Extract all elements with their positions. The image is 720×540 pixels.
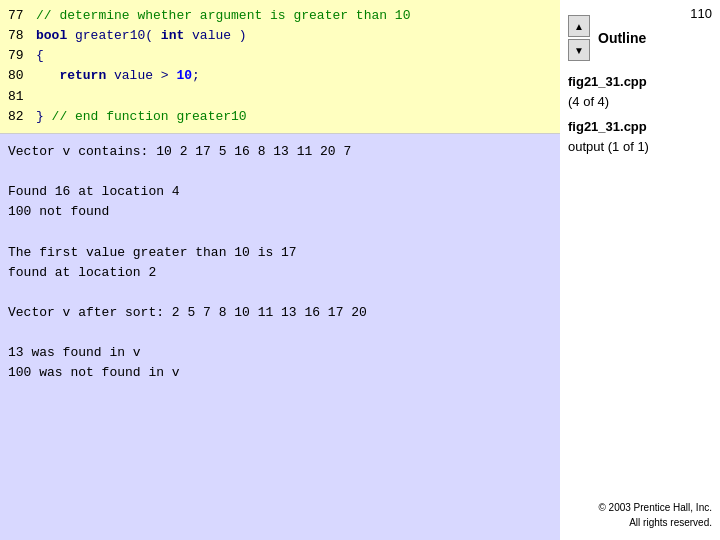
output-blank <box>8 222 552 242</box>
line-number: 80 <box>8 66 36 86</box>
output-line: The first value greater than 10 is 17 <box>8 243 552 263</box>
down-arrow-button[interactable]: ▼ <box>568 39 590 61</box>
code-section: 77 // determine whether argument is grea… <box>0 0 560 134</box>
code-line-81: 81 <box>8 87 552 107</box>
code-line-82: 82 } // end function greater10 <box>8 107 552 127</box>
code-content: bool greater10( int value ) <box>36 26 247 46</box>
copyright-line2: All rights reserved. <box>598 515 712 530</box>
line-number: 82 <box>8 107 36 127</box>
file1-label: fig21_31.cpp (4 of 4) <box>568 72 647 111</box>
output-section: Vector v contains: 10 2 17 5 16 8 13 11 … <box>0 134 560 540</box>
output-line: Found 16 at location 4 <box>8 182 552 202</box>
code-content: return value > 10; <box>36 66 200 86</box>
nav-arrows: ▲ ▼ <box>568 14 590 62</box>
up-arrow-button[interactable]: ▲ <box>568 15 590 37</box>
line-number: 79 <box>8 46 36 66</box>
left-panel: 77 // determine whether argument is grea… <box>0 0 560 540</box>
main-container: 77 // determine whether argument is grea… <box>0 0 720 540</box>
file2-name: fig21_31.cpp <box>568 119 647 134</box>
output-line: Vector v contains: 10 2 17 5 16 8 13 11 … <box>8 142 552 162</box>
line-number: 77 <box>8 6 36 26</box>
output-blank <box>8 283 552 303</box>
outline-label: Outline <box>598 30 646 46</box>
code-line-79: 79 { <box>8 46 552 66</box>
file1-name: fig21_31.cpp <box>568 74 647 89</box>
line-number: 81 <box>8 87 36 107</box>
page-number: 110 <box>690 6 712 21</box>
file2-info: output (1 of 1) <box>568 139 649 154</box>
copyright: © 2003 Prentice Hall, Inc. All rights re… <box>598 500 712 530</box>
copyright-line1: © 2003 Prentice Hall, Inc. <box>598 500 712 515</box>
output-line: 13 was found in v <box>8 343 552 363</box>
code-content: { <box>36 46 44 66</box>
output-line: Vector v after sort: 2 5 7 8 10 11 13 16… <box>8 303 552 323</box>
output-blank <box>8 162 552 182</box>
output-blank <box>8 323 552 343</box>
code-line-78: 78 bool greater10( int value ) <box>8 26 552 46</box>
output-line: 100 not found <box>8 202 552 222</box>
output-line: found at location 2 <box>8 263 552 283</box>
code-line-77: 77 // determine whether argument is grea… <box>8 6 552 26</box>
output-line: 100 was not found in v <box>8 363 552 383</box>
code-content: // determine whether argument is greater… <box>36 6 410 26</box>
code-content: } // end function greater10 <box>36 107 247 127</box>
code-line-80: 80 return value > 10; <box>8 66 552 86</box>
line-number: 78 <box>8 26 36 46</box>
right-panel: 110 ▲ ▼ Outline fig21_31.cpp (4 of 4) fi… <box>560 0 720 540</box>
file1-info: (4 of 4) <box>568 94 609 109</box>
file2-label: fig21_31.cpp output (1 of 1) <box>568 117 649 156</box>
